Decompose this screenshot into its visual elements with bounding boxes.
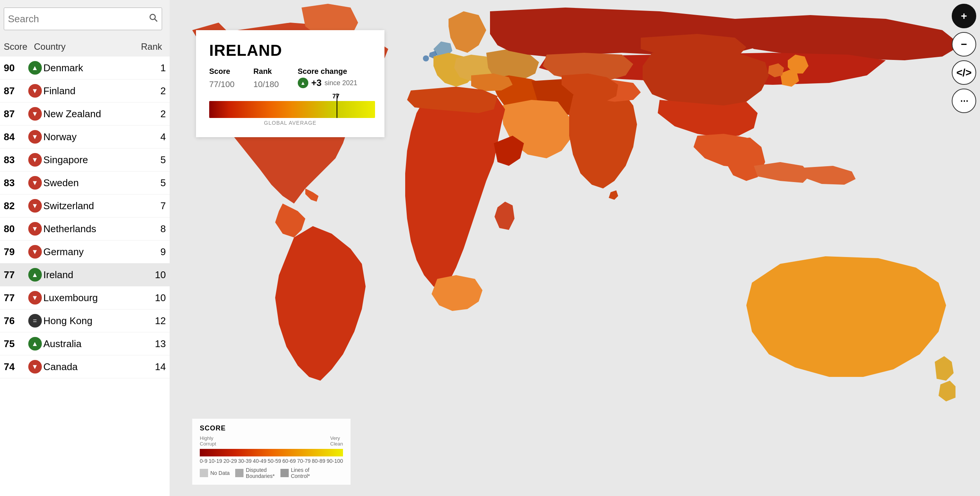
legend-extra: No Data DisputedBoundaries* Lines ofCont… — [200, 467, 343, 479]
ireland-popup: IRELAND Score 77/100 Rank 10/180 Score c… — [196, 30, 385, 137]
table-row[interactable]: 82 ▼ Switzerland 7 — [0, 194, 170, 218]
row-rank: 8 — [140, 223, 166, 235]
arrow-icon: ▼ — [28, 153, 42, 167]
zoom-in-button[interactable]: + — [952, 4, 976, 28]
row-score: 75 — [4, 338, 26, 350]
embed-button[interactable]: </> — [952, 60, 976, 85]
col-score: Score — [4, 41, 34, 52]
row-score: 74 — [4, 361, 26, 373]
arrow-icon: ▲ — [28, 268, 42, 281]
popup-score-label: Score — [209, 67, 234, 76]
legend-label-7: 70-79 — [297, 458, 310, 464]
row-country: Sweden — [43, 177, 140, 189]
row-score: 90 — [4, 62, 26, 74]
row-rank: 2 — [140, 108, 166, 120]
legend: SCORE HighlyCorrupt VeryClean 0-9 10-19 … — [192, 419, 350, 485]
popup-stats: Score 77/100 Rank 10/180 Score change ▲ … — [209, 67, 371, 90]
row-arrow: ▼ — [26, 291, 43, 305]
table-row[interactable]: 80 ▼ Netherlands 8 — [0, 218, 170, 240]
legend-bar-row — [200, 449, 343, 456]
row-score: 76 — [4, 315, 26, 327]
popup-rank-denom: /180 — [263, 79, 279, 89]
search-button[interactable] — [149, 13, 158, 24]
legend-left-label: HighlyCorrupt — [200, 435, 216, 447]
country-table[interactable]: 90 ▲ Denmark 1 87 ▼ Finland 2 87 ▼ New Z… — [0, 57, 170, 496]
zoom-out-button[interactable]: − — [952, 32, 976, 57]
arrow-icon: ▼ — [28, 176, 42, 189]
table-row[interactable]: 83 ▼ Singapore 5 — [0, 148, 170, 172]
change-arrow-icon: ▲ — [298, 78, 308, 88]
popup-score-denom: /100 — [218, 79, 234, 89]
row-rank: 2 — [140, 85, 166, 97]
legend-label-0: 0-9 — [200, 458, 207, 464]
table-row[interactable]: 83 ▼ Sweden 5 — [0, 172, 170, 194]
arrow-icon: ▼ — [28, 291, 42, 305]
legend-disputed: DisputedBoundaries* — [235, 467, 274, 479]
legend-label-1: 10-19 — [209, 458, 223, 464]
svg-point-0 — [150, 14, 155, 20]
map-controls: + − </> ⋯ — [952, 4, 976, 113]
lines-of-swatch — [280, 469, 289, 477]
score-bar-marker: 77 — [332, 93, 340, 100]
row-country: Ireland — [43, 269, 140, 281]
row-score: 87 — [4, 108, 26, 120]
row-score: 82 — [4, 200, 26, 212]
row-arrow: ▲ — [26, 268, 43, 281]
popup-score-block: Score 77/100 — [209, 67, 234, 90]
no-data-swatch — [200, 469, 208, 477]
change-num: +3 — [311, 78, 321, 88]
arrow-icon: ▼ — [28, 222, 42, 235]
table-row[interactable]: 74 ▼ Canada 14 — [0, 355, 170, 378]
row-score: 84 — [4, 131, 26, 143]
row-score: 79 — [4, 246, 26, 258]
legend-label-6: 60-69 — [282, 458, 296, 464]
legend-label-5: 50-59 — [267, 458, 281, 464]
table-row[interactable]: 77 ▲ Ireland 10 — [0, 264, 170, 286]
legend-extremes: HighlyCorrupt VeryClean — [200, 435, 343, 447]
row-score: 83 — [4, 154, 26, 166]
popup-rank-num: 10 — [253, 79, 262, 89]
table-row[interactable]: 90 ▲ Denmark 1 — [0, 57, 170, 79]
popup-change-block: Score change ▲ +3 since 2021 — [298, 67, 357, 90]
row-country: Finland — [43, 85, 140, 97]
row-rank: 5 — [140, 154, 166, 166]
disputed-label: DisputedBoundaries* — [246, 467, 274, 479]
popup-rank-label: Rank — [253, 67, 278, 76]
row-arrow: ▼ — [26, 245, 43, 259]
arrow-icon: ▲ — [28, 337, 42, 351]
table-row[interactable]: 77 ▼ Luxembourg 10 — [0, 286, 170, 310]
arrow-icon: ▼ — [28, 199, 42, 213]
row-score: 77 — [4, 269, 26, 281]
legend-no-data: No Data — [200, 467, 229, 479]
table-row[interactable]: 84 ▼ Norway 4 — [0, 126, 170, 148]
map-area[interactable]: IRELAND Score 77/100 Rank 10/180 Score c… — [170, 0, 980, 496]
table-row[interactable]: 75 ▲ Australia 13 — [0, 332, 170, 355]
popup-score-value: 77/100 — [209, 78, 234, 90]
legend-labels: 0-9 10-19 20-29 30-39 40-49 50-59 60-69 … — [200, 458, 343, 464]
search-input[interactable] — [8, 13, 149, 25]
row-arrow: ▼ — [26, 199, 43, 213]
row-country: Germany — [43, 246, 140, 258]
search-box — [4, 8, 162, 30]
row-arrow: ▼ — [26, 176, 43, 189]
row-arrow: ▼ — [26, 107, 43, 121]
arrow-icon: ▼ — [28, 130, 42, 144]
legend-right-label: VeryClean — [330, 435, 343, 447]
legend-title: SCORE — [200, 424, 343, 432]
legend-label-8: 80-89 — [312, 458, 325, 464]
row-score: 87 — [4, 85, 26, 97]
arrow-icon: ▲ — [28, 61, 42, 75]
popup-change-value: ▲ +3 since 2021 — [298, 78, 357, 88]
table-row[interactable]: 87 ▼ Finland 2 — [0, 79, 170, 103]
arrow-icon: ▼ — [28, 360, 42, 374]
table-row[interactable]: 79 ▼ Germany 9 — [0, 240, 170, 264]
table-row[interactable]: 87 ▼ New Zealand 2 — [0, 103, 170, 126]
share-button[interactable]: ⋯ — [952, 89, 976, 113]
row-country: New Zealand — [43, 108, 140, 120]
popup-change-label: Score change — [298, 67, 357, 76]
row-country: Hong Kong — [43, 315, 140, 327]
arrow-icon: ▼ — [28, 245, 42, 259]
table-row[interactable]: 76 = Hong Kong 12 — [0, 310, 170, 332]
svg-line-1 — [155, 19, 158, 22]
legend-lines-of: Lines ofControl* — [280, 467, 310, 479]
